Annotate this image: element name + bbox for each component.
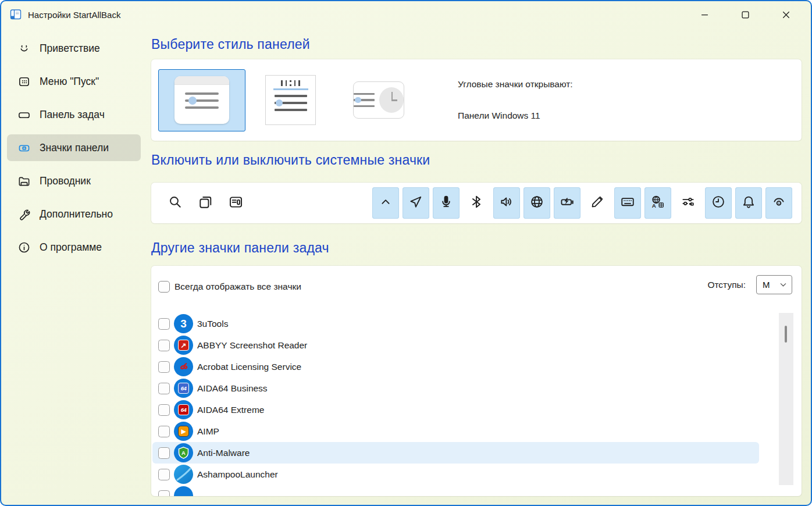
smiley-icon <box>17 41 31 55</box>
app-checkbox[interactable] <box>158 426 170 437</box>
folder-icon <box>17 174 31 188</box>
tray-toggle-eye[interactable] <box>765 187 792 219</box>
main-content: Выберите стиль панелей Угловые значки от… <box>147 28 811 505</box>
maximize-button[interactable] <box>725 2 765 27</box>
tray-toggle-location[interactable] <box>403 187 429 219</box>
scrollbar-thumb[interactable] <box>785 326 787 343</box>
app-checkbox[interactable] <box>158 490 170 497</box>
tray-toggle-pen[interactable] <box>584 187 611 219</box>
aimp-app-icon: ▶ <box>174 422 193 441</box>
app-label: AIDA64 Extreme <box>197 405 264 415</box>
app-checkbox[interactable] <box>158 361 170 373</box>
aida-extreme-app-icon: 64 <box>174 400 193 419</box>
eye-icon <box>771 194 786 212</box>
tray-toggle-battery[interactable] <box>554 187 580 219</box>
search-icon <box>168 194 183 212</box>
titlebar: Настройки StartAllBack <box>1 1 811 28</box>
tray-toggle-volume[interactable] <box>493 187 520 219</box>
info-icon <box>17 240 31 254</box>
app-row-3utools[interactable]: 33uTools <box>152 313 759 334</box>
app-checkbox[interactable] <box>158 383 170 394</box>
chevron-down-icon <box>780 283 786 287</box>
taskbar-button-widgets[interactable] <box>228 195 244 211</box>
always-show-checkbox[interactable] <box>158 281 170 293</box>
tray-toggle-touch-keyboard[interactable] <box>614 187 641 219</box>
app-row-acrobat-licensing-service[interactable]: Acrobat Licensing Service <box>152 356 759 377</box>
tray-apps-card: Всегда отображать все значки Отступы: M … <box>151 266 802 496</box>
app-checkbox[interactable] <box>158 340 170 351</box>
app-label: 3uTools <box>197 319 228 329</box>
minimize-button[interactable] <box>684 2 725 27</box>
close-button[interactable] <box>765 2 806 27</box>
taskbar-button-search[interactable] <box>168 195 183 211</box>
app-label: AIMP <box>197 426 219 437</box>
scrollbar-track[interactable] <box>779 313 793 485</box>
spacing-row: Отступы: M <box>707 275 792 294</box>
sidebar-item-start-menu[interactable]: Меню "Пуск" <box>7 68 141 95</box>
unknown-app-icon <box>174 486 193 496</box>
sidebar-item-taskbar-icons[interactable]: Значки панели <box>7 134 141 161</box>
corner-icons-label: Угловые значки открывают: <box>458 79 573 90</box>
spacing-select[interactable]: M <box>756 275 792 294</box>
location-icon <box>408 194 423 212</box>
style-thumbnail-clock-flyout-style[interactable] <box>353 81 404 119</box>
bell-icon <box>741 194 756 212</box>
app-row-anti-malware[interactable]: AAnti-Malware <box>152 442 759 464</box>
window-body: ПриветствиеМеню "Пуск"Панель задачЗначки… <box>1 28 811 505</box>
app-row-partial[interactable] <box>152 485 759 496</box>
tray-toggle-bluetooth[interactable] <box>463 187 490 219</box>
app-checkbox[interactable] <box>158 404 170 416</box>
sidebar-item-welcome[interactable]: Приветствие <box>7 35 141 62</box>
settings-window: Настройки StartAllBack ПриветствиеМеню "… <box>0 0 812 506</box>
sidebar-item-label: Проводник <box>40 175 91 187</box>
window-controls <box>684 2 811 27</box>
tray-toggle-notifications[interactable] <box>735 187 762 219</box>
chevron-up-icon <box>378 194 393 212</box>
app-row-aida64-extreme[interactable]: 64AIDA64 Extreme <box>152 399 759 421</box>
app-row-aida64-business[interactable]: 64AIDA64 Business <box>152 377 759 399</box>
taskbar-button-task-view[interactable] <box>198 195 213 211</box>
style-thumbnail-windows-11-panel-style[interactable] <box>158 69 245 131</box>
app-label: AIDA64 Business <box>197 383 268 394</box>
tray-toggle-language[interactable]: A <box>644 187 671 219</box>
spacing-label: Отступы: <box>707 280 746 290</box>
style-thumbnail-taskbar-top-style[interactable] <box>265 75 316 125</box>
tray-toggle-network[interactable] <box>523 187 550 219</box>
app-checkbox[interactable] <box>158 469 170 480</box>
corner-icons-value: Панели Windows 11 <box>458 111 573 121</box>
spacing-select-value: M <box>763 280 770 290</box>
battery-charging-icon <box>560 194 575 212</box>
tray-toggle-clock[interactable] <box>705 187 732 219</box>
touch-keyboard-icon <box>620 194 635 212</box>
sidebar-item-advanced[interactable]: Дополнительно <box>7 201 141 227</box>
window-title: Настройки StartAllBack <box>28 10 120 20</box>
sidebar-item-label: Значки панели <box>40 142 109 154</box>
system-icons-card: A <box>151 183 802 223</box>
clock-icon <box>711 194 726 212</box>
app-checkbox[interactable] <box>158 318 170 330</box>
microphone-icon <box>439 194 454 212</box>
system-icons-heading: Включить или выключить системные значки <box>151 150 802 170</box>
app-row-abbyy-screenshot-reader[interactable]: ↗ABBYY Screenshot Reader <box>152 334 759 356</box>
sidebar-item-explorer[interactable]: Проводник <box>7 168 141 194</box>
app-row-aimp[interactable]: ▶AIMP <box>152 421 759 442</box>
tray-toggles-group: A <box>372 187 792 219</box>
app-row-ashampoolauncher[interactable]: AshampooLauncher <box>152 464 759 485</box>
widgets-icon <box>228 194 244 212</box>
network-globe-icon <box>529 194 544 212</box>
tray-toggle-volume-mixer[interactable] <box>675 187 701 219</box>
startallback-logo-icon <box>9 8 22 21</box>
task-view-icon <box>198 194 213 212</box>
sidebar-item-taskbar[interactable]: Панель задач <box>7 101 141 128</box>
app-list: 33uTools↗ABBYY Screenshot ReaderAcrobat … <box>152 313 759 496</box>
sidebar-item-label: Панель задач <box>40 109 105 121</box>
svg-text:A: A <box>181 450 186 456</box>
app-label: ABBYY Screenshot Reader <box>197 340 307 351</box>
language-icon: A <box>650 194 665 212</box>
sidebar-item-about[interactable]: О программе <box>7 234 141 261</box>
tray-toggle-chevron-up[interactable] <box>372 187 399 219</box>
volume-icon <box>499 194 514 212</box>
tray-toggle-microphone[interactable] <box>433 187 460 219</box>
app-label: AshampooLauncher <box>197 469 278 480</box>
app-checkbox[interactable] <box>158 447 170 459</box>
